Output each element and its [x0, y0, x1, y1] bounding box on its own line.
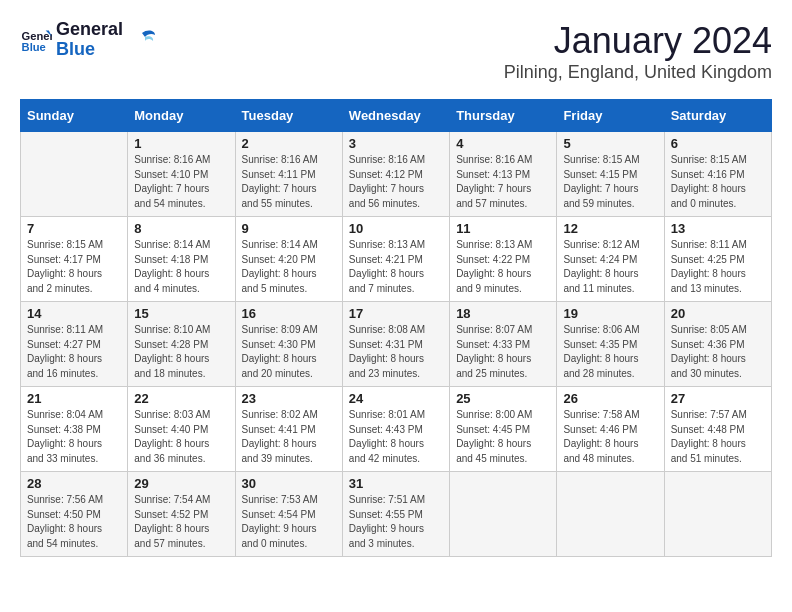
day-info: Sunrise: 7:54 AMSunset: 4:52 PMDaylight:…: [134, 493, 228, 551]
day-number: 2: [242, 136, 336, 151]
calendar-cell: 27Sunrise: 7:57 AMSunset: 4:48 PMDayligh…: [664, 387, 771, 472]
calendar-cell: 17Sunrise: 8:08 AMSunset: 4:31 PMDayligh…: [342, 302, 449, 387]
day-info: Sunrise: 7:58 AMSunset: 4:46 PMDaylight:…: [563, 408, 657, 466]
month-title: January 2024: [504, 20, 772, 62]
calendar-cell: 12Sunrise: 8:12 AMSunset: 4:24 PMDayligh…: [557, 217, 664, 302]
day-info: Sunrise: 8:12 AMSunset: 4:24 PMDaylight:…: [563, 238, 657, 296]
day-info: Sunrise: 8:16 AMSunset: 4:12 PMDaylight:…: [349, 153, 443, 211]
calendar-cell: 5Sunrise: 8:15 AMSunset: 4:15 PMDaylight…: [557, 132, 664, 217]
calendar-cell: 11Sunrise: 8:13 AMSunset: 4:22 PMDayligh…: [450, 217, 557, 302]
calendar-week-row: 7Sunrise: 8:15 AMSunset: 4:17 PMDaylight…: [21, 217, 772, 302]
calendar-cell: 31Sunrise: 7:51 AMSunset: 4:55 PMDayligh…: [342, 472, 449, 557]
calendar-cell: 19Sunrise: 8:06 AMSunset: 4:35 PMDayligh…: [557, 302, 664, 387]
logo-general: General: [56, 20, 123, 40]
day-info: Sunrise: 8:15 AMSunset: 4:17 PMDaylight:…: [27, 238, 121, 296]
logo-blue: Blue: [56, 40, 123, 60]
day-number: 14: [27, 306, 121, 321]
day-info: Sunrise: 7:57 AMSunset: 4:48 PMDaylight:…: [671, 408, 765, 466]
day-number: 1: [134, 136, 228, 151]
calendar-cell: 6Sunrise: 8:15 AMSunset: 4:16 PMDaylight…: [664, 132, 771, 217]
weekday-header-tuesday: Tuesday: [235, 100, 342, 132]
day-number: 24: [349, 391, 443, 406]
day-info: Sunrise: 8:14 AMSunset: 4:18 PMDaylight:…: [134, 238, 228, 296]
calendar-week-row: 1Sunrise: 8:16 AMSunset: 4:10 PMDaylight…: [21, 132, 772, 217]
day-number: 29: [134, 476, 228, 491]
calendar-cell: 24Sunrise: 8:01 AMSunset: 4:43 PMDayligh…: [342, 387, 449, 472]
day-number: 15: [134, 306, 228, 321]
calendar-cell: 18Sunrise: 8:07 AMSunset: 4:33 PMDayligh…: [450, 302, 557, 387]
calendar-cell: 22Sunrise: 8:03 AMSunset: 4:40 PMDayligh…: [128, 387, 235, 472]
day-info: Sunrise: 8:16 AMSunset: 4:10 PMDaylight:…: [134, 153, 228, 211]
day-number: 7: [27, 221, 121, 236]
weekday-header-saturday: Saturday: [664, 100, 771, 132]
logo-icon: General Blue: [20, 24, 52, 56]
calendar-cell: 23Sunrise: 8:02 AMSunset: 4:41 PMDayligh…: [235, 387, 342, 472]
day-info: Sunrise: 8:07 AMSunset: 4:33 PMDaylight:…: [456, 323, 550, 381]
day-number: 27: [671, 391, 765, 406]
day-number: 25: [456, 391, 550, 406]
day-number: 18: [456, 306, 550, 321]
calendar-cell: 4Sunrise: 8:16 AMSunset: 4:13 PMDaylight…: [450, 132, 557, 217]
calendar-cell: 3Sunrise: 8:16 AMSunset: 4:12 PMDaylight…: [342, 132, 449, 217]
calendar-cell: 25Sunrise: 8:00 AMSunset: 4:45 PMDayligh…: [450, 387, 557, 472]
day-info: Sunrise: 8:03 AMSunset: 4:40 PMDaylight:…: [134, 408, 228, 466]
weekday-header-wednesday: Wednesday: [342, 100, 449, 132]
day-info: Sunrise: 7:51 AMSunset: 4:55 PMDaylight:…: [349, 493, 443, 551]
day-info: Sunrise: 8:05 AMSunset: 4:36 PMDaylight:…: [671, 323, 765, 381]
day-number: 23: [242, 391, 336, 406]
day-info: Sunrise: 8:02 AMSunset: 4:41 PMDaylight:…: [242, 408, 336, 466]
header: General Blue General Blue January 2024 P…: [20, 20, 772, 83]
day-number: 13: [671, 221, 765, 236]
calendar-cell: 13Sunrise: 8:11 AMSunset: 4:25 PMDayligh…: [664, 217, 771, 302]
calendar-cell: 14Sunrise: 8:11 AMSunset: 4:27 PMDayligh…: [21, 302, 128, 387]
day-info: Sunrise: 7:53 AMSunset: 4:54 PMDaylight:…: [242, 493, 336, 551]
day-number: 26: [563, 391, 657, 406]
day-info: Sunrise: 8:16 AMSunset: 4:13 PMDaylight:…: [456, 153, 550, 211]
calendar-cell: 16Sunrise: 8:09 AMSunset: 4:30 PMDayligh…: [235, 302, 342, 387]
day-number: 20: [671, 306, 765, 321]
day-number: 3: [349, 136, 443, 151]
svg-text:Blue: Blue: [22, 41, 46, 53]
calendar-cell: [450, 472, 557, 557]
day-info: Sunrise: 8:00 AMSunset: 4:45 PMDaylight:…: [456, 408, 550, 466]
day-info: Sunrise: 8:15 AMSunset: 4:16 PMDaylight:…: [671, 153, 765, 211]
calendar-cell: 29Sunrise: 7:54 AMSunset: 4:52 PMDayligh…: [128, 472, 235, 557]
day-info: Sunrise: 8:11 AMSunset: 4:25 PMDaylight:…: [671, 238, 765, 296]
weekday-header-sunday: Sunday: [21, 100, 128, 132]
day-number: 8: [134, 221, 228, 236]
title-area: January 2024 Pilning, England, United Ki…: [504, 20, 772, 83]
day-info: Sunrise: 8:14 AMSunset: 4:20 PMDaylight:…: [242, 238, 336, 296]
day-number: 11: [456, 221, 550, 236]
location-title: Pilning, England, United Kingdom: [504, 62, 772, 83]
calendar-cell: [21, 132, 128, 217]
calendar-cell: 8Sunrise: 8:14 AMSunset: 4:18 PMDaylight…: [128, 217, 235, 302]
day-number: 10: [349, 221, 443, 236]
calendar-cell: 20Sunrise: 8:05 AMSunset: 4:36 PMDayligh…: [664, 302, 771, 387]
calendar-cell: 26Sunrise: 7:58 AMSunset: 4:46 PMDayligh…: [557, 387, 664, 472]
calendar-cell: 28Sunrise: 7:56 AMSunset: 4:50 PMDayligh…: [21, 472, 128, 557]
day-number: 21: [27, 391, 121, 406]
day-number: 4: [456, 136, 550, 151]
calendar-cell: 30Sunrise: 7:53 AMSunset: 4:54 PMDayligh…: [235, 472, 342, 557]
weekday-header-row: SundayMondayTuesdayWednesdayThursdayFrid…: [21, 100, 772, 132]
day-info: Sunrise: 8:15 AMSunset: 4:15 PMDaylight:…: [563, 153, 657, 211]
day-number: 16: [242, 306, 336, 321]
logo-bird-icon: [127, 25, 157, 55]
day-number: 31: [349, 476, 443, 491]
day-number: 5: [563, 136, 657, 151]
day-number: 28: [27, 476, 121, 491]
day-info: Sunrise: 8:13 AMSunset: 4:21 PMDaylight:…: [349, 238, 443, 296]
weekday-header-friday: Friday: [557, 100, 664, 132]
day-number: 12: [563, 221, 657, 236]
day-number: 9: [242, 221, 336, 236]
weekday-header-thursday: Thursday: [450, 100, 557, 132]
calendar-table: SundayMondayTuesdayWednesdayThursdayFrid…: [20, 99, 772, 557]
day-info: Sunrise: 8:01 AMSunset: 4:43 PMDaylight:…: [349, 408, 443, 466]
day-info: Sunrise: 7:56 AMSunset: 4:50 PMDaylight:…: [27, 493, 121, 551]
day-info: Sunrise: 8:13 AMSunset: 4:22 PMDaylight:…: [456, 238, 550, 296]
calendar-week-row: 28Sunrise: 7:56 AMSunset: 4:50 PMDayligh…: [21, 472, 772, 557]
day-info: Sunrise: 8:06 AMSunset: 4:35 PMDaylight:…: [563, 323, 657, 381]
day-info: Sunrise: 8:04 AMSunset: 4:38 PMDaylight:…: [27, 408, 121, 466]
logo: General Blue General Blue: [20, 20, 157, 60]
day-info: Sunrise: 8:08 AMSunset: 4:31 PMDaylight:…: [349, 323, 443, 381]
